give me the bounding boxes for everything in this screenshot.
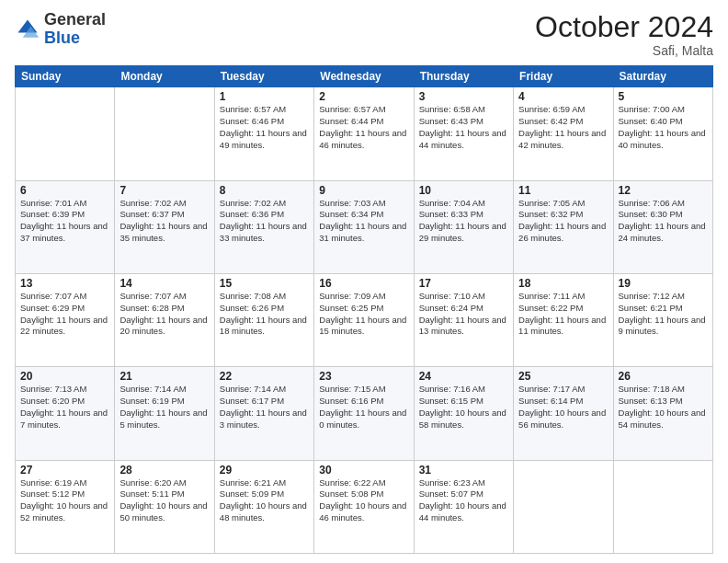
logo: General Blue <box>15 11 106 48</box>
table-row <box>613 460 712 553</box>
table-row: 20Sunrise: 7:13 AM Sunset: 6:20 PM Dayli… <box>16 367 115 460</box>
day-info: Sunrise: 7:01 AM Sunset: 6:39 PM Dayligh… <box>20 198 109 245</box>
day-info: Sunrise: 7:13 AM Sunset: 6:20 PM Dayligh… <box>20 384 109 431</box>
day-info: Sunrise: 7:04 AM Sunset: 6:33 PM Dayligh… <box>419 198 508 245</box>
day-number: 9 <box>319 184 408 197</box>
col-sunday: Sunday <box>16 66 115 87</box>
day-info: Sunrise: 7:09 AM Sunset: 6:25 PM Dayligh… <box>319 291 408 338</box>
day-number: 1 <box>220 90 309 103</box>
calendar-header-row: Sunday Monday Tuesday Wednesday Thursday… <box>16 66 713 87</box>
day-info: Sunrise: 7:14 AM Sunset: 6:19 PM Dayligh… <box>119 384 209 431</box>
day-number: 18 <box>518 277 608 290</box>
day-number: 12 <box>619 184 708 197</box>
day-info: Sunrise: 7:15 AM Sunset: 6:16 PM Dayligh… <box>319 384 408 431</box>
day-number: 3 <box>419 90 508 103</box>
table-row: 10Sunrise: 7:04 AM Sunset: 6:33 PM Dayli… <box>414 180 513 273</box>
day-number: 11 <box>518 184 608 197</box>
day-info: Sunrise: 6:57 AM Sunset: 6:46 PM Dayligh… <box>220 104 309 151</box>
day-number: 10 <box>419 184 508 197</box>
day-info: Sunrise: 7:07 AM Sunset: 6:29 PM Dayligh… <box>20 291 109 338</box>
col-tuesday: Tuesday <box>214 66 313 87</box>
table-row: 13Sunrise: 7:07 AM Sunset: 6:29 PM Dayli… <box>16 273 115 366</box>
table-row <box>16 87 115 180</box>
day-number: 6 <box>20 184 109 197</box>
calendar-week-row: 6Sunrise: 7:01 AM Sunset: 6:39 PM Daylig… <box>16 180 713 273</box>
day-number: 23 <box>319 370 408 383</box>
day-number: 27 <box>20 464 109 477</box>
col-wednesday: Wednesday <box>314 66 414 87</box>
day-number: 4 <box>518 90 608 103</box>
day-info: Sunrise: 7:10 AM Sunset: 6:24 PM Dayligh… <box>419 291 508 338</box>
day-number: 13 <box>20 277 109 290</box>
table-row: 6Sunrise: 7:01 AM Sunset: 6:39 PM Daylig… <box>16 180 115 273</box>
day-info: Sunrise: 7:08 AM Sunset: 6:26 PM Dayligh… <box>220 291 309 338</box>
calendar-week-row: 1Sunrise: 6:57 AM Sunset: 6:46 PM Daylig… <box>16 87 713 180</box>
table-row: 5Sunrise: 7:00 AM Sunset: 6:40 PM Daylig… <box>613 87 712 180</box>
table-row: 7Sunrise: 7:02 AM Sunset: 6:37 PM Daylig… <box>115 180 214 273</box>
table-row: 24Sunrise: 7:16 AM Sunset: 6:15 PM Dayli… <box>414 367 513 460</box>
logo-general-text: General <box>44 10 106 29</box>
day-number: 25 <box>518 370 608 383</box>
day-info: Sunrise: 7:07 AM Sunset: 6:28 PM Dayligh… <box>119 291 209 338</box>
logo-icon <box>15 17 40 42</box>
calendar-week-row: 20Sunrise: 7:13 AM Sunset: 6:20 PM Dayli… <box>16 367 713 460</box>
table-row: 28Sunrise: 6:20 AM Sunset: 5:11 PM Dayli… <box>115 460 214 553</box>
day-info: Sunrise: 7:02 AM Sunset: 6:36 PM Dayligh… <box>220 198 309 245</box>
table-row: 14Sunrise: 7:07 AM Sunset: 6:28 PM Dayli… <box>115 273 214 366</box>
day-info: Sunrise: 6:58 AM Sunset: 6:43 PM Dayligh… <box>419 104 508 151</box>
day-info: Sunrise: 6:59 AM Sunset: 6:42 PM Dayligh… <box>518 104 608 151</box>
header: General Blue October 2024 Safi, Malta <box>15 11 713 58</box>
table-row: 19Sunrise: 7:12 AM Sunset: 6:21 PM Dayli… <box>613 273 712 366</box>
table-row: 8Sunrise: 7:02 AM Sunset: 6:36 PM Daylig… <box>214 180 313 273</box>
day-info: Sunrise: 7:16 AM Sunset: 6:15 PM Dayligh… <box>419 384 508 431</box>
table-row: 25Sunrise: 7:17 AM Sunset: 6:14 PM Dayli… <box>514 367 613 460</box>
day-info: Sunrise: 7:17 AM Sunset: 6:14 PM Dayligh… <box>518 384 608 431</box>
day-info: Sunrise: 7:03 AM Sunset: 6:34 PM Dayligh… <box>319 198 408 245</box>
table-row: 30Sunrise: 6:22 AM Sunset: 5:08 PM Dayli… <box>314 460 414 553</box>
day-number: 22 <box>220 370 309 383</box>
day-number: 21 <box>119 370 209 383</box>
day-number: 24 <box>419 370 508 383</box>
col-thursday: Thursday <box>414 66 513 87</box>
day-info: Sunrise: 6:57 AM Sunset: 6:44 PM Dayligh… <box>319 104 408 151</box>
logo-blue-text: Blue <box>44 29 80 47</box>
month-title: October 2024 <box>535 11 713 43</box>
day-number: 30 <box>319 464 408 477</box>
day-info: Sunrise: 7:18 AM Sunset: 6:13 PM Dayligh… <box>619 384 708 431</box>
day-number: 31 <box>419 464 508 477</box>
table-row: 31Sunrise: 6:23 AM Sunset: 5:07 PM Dayli… <box>414 460 513 553</box>
day-info: Sunrise: 6:20 AM Sunset: 5:11 PM Dayligh… <box>119 477 209 524</box>
day-info: Sunrise: 7:14 AM Sunset: 6:17 PM Dayligh… <box>220 384 309 431</box>
table-row: 29Sunrise: 6:21 AM Sunset: 5:09 PM Dayli… <box>214 460 313 553</box>
table-row: 21Sunrise: 7:14 AM Sunset: 6:19 PM Dayli… <box>115 367 214 460</box>
table-row: 17Sunrise: 7:10 AM Sunset: 6:24 PM Dayli… <box>414 273 513 366</box>
day-info: Sunrise: 7:02 AM Sunset: 6:37 PM Dayligh… <box>119 198 209 245</box>
day-number: 7 <box>119 184 209 197</box>
table-row: 26Sunrise: 7:18 AM Sunset: 6:13 PM Dayli… <box>613 367 712 460</box>
table-row: 9Sunrise: 7:03 AM Sunset: 6:34 PM Daylig… <box>314 180 414 273</box>
table-row: 12Sunrise: 7:06 AM Sunset: 6:30 PM Dayli… <box>613 180 712 273</box>
table-row: 22Sunrise: 7:14 AM Sunset: 6:17 PM Dayli… <box>214 367 313 460</box>
day-number: 5 <box>619 90 708 103</box>
table-row: 27Sunrise: 6:19 AM Sunset: 5:12 PM Dayli… <box>16 460 115 553</box>
calendar-table: Sunday Monday Tuesday Wednesday Thursday… <box>15 65 713 554</box>
day-number: 8 <box>220 184 309 197</box>
table-row <box>115 87 214 180</box>
table-row: 16Sunrise: 7:09 AM Sunset: 6:25 PM Dayli… <box>314 273 414 366</box>
day-info: Sunrise: 7:11 AM Sunset: 6:22 PM Dayligh… <box>518 291 608 338</box>
day-number: 2 <box>319 90 408 103</box>
table-row: 15Sunrise: 7:08 AM Sunset: 6:26 PM Dayli… <box>214 273 313 366</box>
col-monday: Monday <box>115 66 214 87</box>
day-info: Sunrise: 7:05 AM Sunset: 6:32 PM Dayligh… <box>518 198 608 245</box>
day-info: Sunrise: 7:00 AM Sunset: 6:40 PM Dayligh… <box>619 104 708 151</box>
day-number: 28 <box>119 464 209 477</box>
table-row: 4Sunrise: 6:59 AM Sunset: 6:42 PM Daylig… <box>514 87 613 180</box>
table-row: 1Sunrise: 6:57 AM Sunset: 6:46 PM Daylig… <box>214 87 313 180</box>
day-info: Sunrise: 6:22 AM Sunset: 5:08 PM Dayligh… <box>319 477 408 524</box>
day-number: 20 <box>20 370 109 383</box>
page: General Blue October 2024 Safi, Malta Su… <box>0 0 728 563</box>
calendar-week-row: 13Sunrise: 7:07 AM Sunset: 6:29 PM Dayli… <box>16 273 713 366</box>
col-saturday: Saturday <box>613 66 712 87</box>
day-number: 14 <box>119 277 209 290</box>
table-row <box>514 460 613 553</box>
